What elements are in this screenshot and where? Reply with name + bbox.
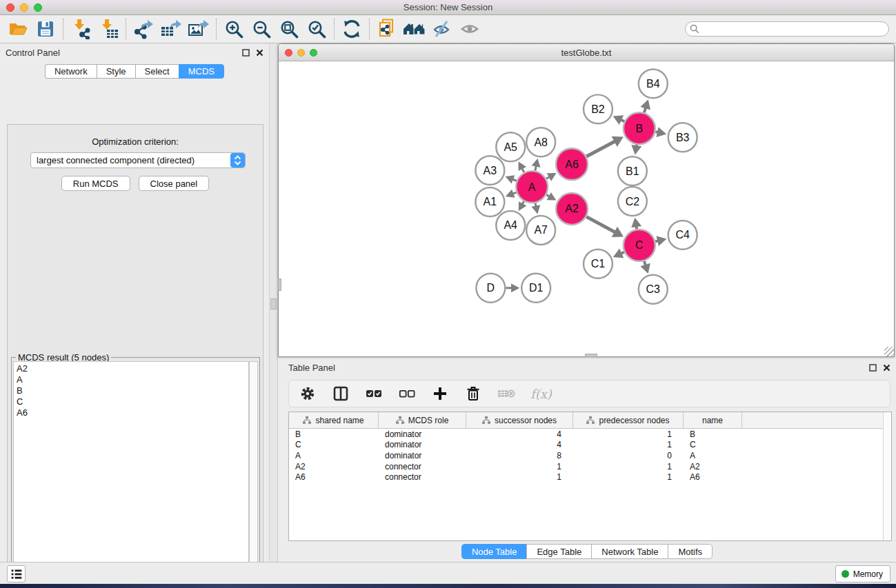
open-session-button[interactable] [4,17,32,41]
graph-node-B4[interactable]: B4 [639,69,668,98]
graph-node-C[interactable]: C [624,230,655,261]
mcds-result-item[interactable]: C [17,396,248,407]
mcds-result-list[interactable]: A2 A B C A6 [13,361,249,588]
table-row[interactable]: A6 connector 1 1 A6 [289,472,891,483]
graph-node-D[interactable]: D [476,274,505,303]
search-input[interactable] [685,21,889,37]
float-panel-icon[interactable] [242,49,250,57]
canvas-horizontal-scroll-thumb[interactable] [585,354,597,357]
graph-node-B1[interactable]: B1 [618,156,647,185]
graph-node-C2[interactable]: C2 [618,187,647,216]
show-columns-button[interactable] [332,385,350,403]
cell-shared-name[interactable]: B [289,429,379,440]
close-panel-icon[interactable] [256,49,263,57]
graph-node-A1[interactable]: A1 [475,187,504,216]
cell-mcds-role[interactable]: dominator [379,429,466,440]
cell-successor-nodes[interactable]: 4 [466,440,573,451]
graph-node-C1[interactable]: C1 [584,250,613,278]
export-image-button[interactable] [185,17,212,41]
memory-button[interactable]: Memory [835,565,890,582]
mcds-result-item[interactable]: A6 [17,407,248,418]
import-table-button[interactable] [94,17,122,41]
close-panel-button[interactable]: Close panel [139,176,210,191]
mcds-result-item[interactable]: B [17,385,248,396]
table-row[interactable]: B dominator 4 1 B [289,429,891,440]
import-network-button[interactable] [67,17,94,41]
close-table-panel-icon[interactable] [883,364,890,372]
cell-successor-nodes[interactable]: 1 [466,461,573,472]
result-list-scrollbar[interactable] [249,361,258,588]
run-mcds-button[interactable]: Run MCDS [61,176,130,191]
cell-predecessor-nodes[interactable]: 1 [573,440,684,451]
tab-style[interactable]: Style [97,64,135,79]
cell-mcds-role[interactable]: dominator [379,440,466,451]
network-canvas-svg[interactable]: B4B2BB3A8A5A6A3B1AA1C2A2A4A7C4CC1DD1C3 [279,61,893,356]
cell-shared-name[interactable]: A [289,450,379,461]
cell-shared-name[interactable]: A2 [289,461,379,472]
cell-mcds-role[interactable]: dominator [379,450,466,461]
table-row[interactable]: A2 connector 1 1 A2 [289,461,891,472]
cell-shared-name[interactable]: C [289,440,379,451]
graph-edge-A-A8[interactable] [535,166,536,171]
cell-shared-name[interactable]: A6 [289,472,379,483]
graph-node-C4[interactable]: C4 [668,221,697,250]
table-settings-button[interactable] [299,385,317,403]
graph-node-D1[interactable]: D1 [521,274,550,303]
cell-successor-nodes[interactable]: 1 [466,472,573,483]
graph-node-A2[interactable]: A2 [556,193,588,225]
mcds-result-item[interactable]: A2 [17,363,248,374]
column-header-predecessor-nodes[interactable]: predecessor nodes [573,412,684,428]
first-neighbors-button[interactable] [401,17,428,41]
tab-motifs[interactable]: Motifs [668,544,713,559]
tab-edge-table[interactable]: Edge Table [526,544,591,559]
table-row[interactable]: A dominator 8 0 A [289,450,891,461]
hide-selected-button[interactable] [428,17,456,41]
column-header-shared-name[interactable]: shared name [289,412,379,428]
column-header-name[interactable]: name [684,412,742,428]
select-all-button[interactable] [365,385,383,403]
show-all-button[interactable] [456,17,484,41]
tab-mcds[interactable]: MCDS [179,64,224,79]
cell-name[interactable]: A [684,450,742,461]
graph-node-B2[interactable]: B2 [584,94,613,123]
canvas-vertical-scroll-thumb[interactable] [278,278,281,291]
graph-node-B[interactable]: B [624,112,655,144]
mcds-result-item[interactable]: A [17,374,248,385]
graph-edge-A2-C[interactable] [586,216,615,232]
resize-grip-icon[interactable] [884,347,894,356]
cell-name[interactable]: C [684,440,742,451]
task-history-button[interactable] [7,565,26,582]
export-table-button[interactable] [157,17,185,41]
cell-successor-nodes[interactable]: 4 [466,429,573,440]
graph-node-C3[interactable]: C3 [639,275,668,304]
tab-network[interactable]: Network [45,64,97,79]
fit-content-button[interactable] [275,17,303,41]
cell-predecessor-nodes[interactable]: 1 [573,429,684,440]
network-window-titlebar[interactable]: testGlobe.txt [279,44,894,61]
table-row[interactable]: C dominator 4 1 C [289,440,891,451]
graph-edge-A6-B[interactable] [586,141,615,156]
table-scrollbar[interactable] [883,412,891,540]
export-network-button[interactable] [130,17,157,41]
cell-predecessor-nodes[interactable]: 0 [573,450,684,461]
cell-successor-nodes[interactable]: 8 [466,450,573,461]
column-header-successor-nodes[interactable]: successor nodes [466,412,573,428]
tab-node-table[interactable]: Node Table [461,544,527,559]
graph-node-A7[interactable]: A7 [526,216,555,245]
cell-name[interactable]: B [684,429,742,440]
cell-predecessor-nodes[interactable]: 1 [573,472,684,483]
graph-node-A[interactable]: A [516,171,548,203]
tab-network-table[interactable]: Network Table [591,544,668,559]
graph-node-A4[interactable]: A4 [496,211,525,240]
deselect-all-button[interactable] [398,385,416,403]
new-network-from-selection-button[interactable] [373,17,401,41]
float-table-panel-icon[interactable] [869,364,877,372]
panel-divider[interactable] [269,43,278,562]
graph-edge-B-B4[interactable] [644,108,646,112]
cell-name[interactable]: A2 [684,461,742,472]
graph-node-A6[interactable]: A6 [556,148,588,180]
tab-select[interactable]: Select [135,64,179,79]
graph-node-B3[interactable]: B3 [668,123,697,152]
network-canvas[interactable]: B4B2BB3A8A5A6A3B1AA1C2A2A4A7C4CC1DD1C3 [279,61,893,356]
delete-column-button[interactable] [464,385,482,403]
